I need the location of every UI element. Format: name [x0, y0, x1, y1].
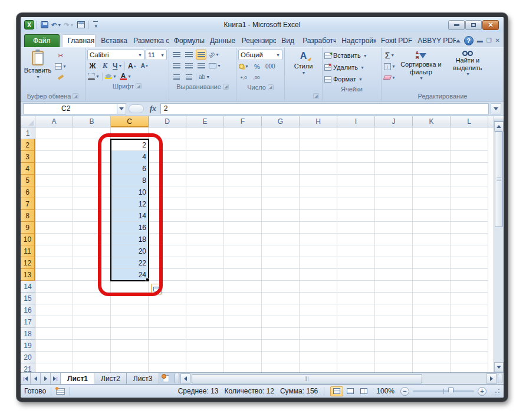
- cell-C8[interactable]: 14: [111, 210, 149, 222]
- cell-G20[interactable]: [262, 352, 300, 363]
- last-sheet-button[interactable]: |: [51, 373, 61, 384]
- cell-D13[interactable]: [149, 269, 186, 281]
- cell-G19[interactable]: [262, 340, 300, 352]
- cell-F20[interactable]: [224, 352, 262, 363]
- save-button[interactable]: [40, 20, 49, 29]
- bold-button[interactable]: Ж: [87, 61, 98, 71]
- cell-B18[interactable]: [73, 328, 111, 340]
- cell-B20[interactable]: [73, 352, 111, 363]
- zoom-slider-track[interactable]: [413, 391, 474, 392]
- cell-J13[interactable]: [375, 269, 413, 281]
- cell-F8[interactable]: [224, 210, 262, 222]
- cell-A13[interactable]: [35, 269, 73, 281]
- cell-H20[interactable]: [300, 352, 337, 363]
- row-header-21[interactable]: 21: [21, 363, 35, 372]
- cell-L7[interactable]: [451, 198, 488, 210]
- cell-K2[interactable]: [413, 139, 451, 151]
- cell-L20[interactable]: [451, 352, 488, 363]
- cell-D21[interactable]: [149, 363, 186, 372]
- cell-K15[interactable]: [413, 293, 451, 304]
- undo-button[interactable]: ↶▼: [51, 20, 61, 29]
- cell-F10[interactable]: [224, 234, 262, 245]
- cell-B21[interactable]: [73, 363, 111, 372]
- workbook-restore-button[interactable]: ❐: [486, 38, 492, 44]
- cell-J5[interactable]: [375, 175, 413, 186]
- cell-A20[interactable]: [35, 352, 73, 363]
- cell-A15[interactable]: [35, 293, 73, 304]
- cell-I20[interactable]: [337, 352, 375, 363]
- cell-D11[interactable]: [149, 245, 186, 257]
- cell-A7[interactable]: [35, 198, 73, 210]
- scroll-down-button[interactable]: [494, 362, 504, 372]
- insert-worksheet-button[interactable]: [159, 373, 173, 384]
- cell-G5[interactable]: [262, 175, 300, 186]
- row-header-18[interactable]: 18: [21, 328, 35, 340]
- scroll-left-button[interactable]: [180, 373, 190, 384]
- tab-home[interactable]: Главная: [62, 34, 96, 47]
- cell-H15[interactable]: [300, 293, 337, 304]
- cell-F17[interactable]: [224, 316, 262, 328]
- cell-D8[interactable]: [149, 210, 186, 222]
- cell-B15[interactable]: [73, 293, 111, 304]
- cell-L11[interactable]: [451, 245, 488, 257]
- cell-H7[interactable]: [300, 198, 337, 210]
- cell-I14[interactable]: [337, 281, 375, 293]
- cell-I3[interactable]: [337, 151, 375, 163]
- cell-L4[interactable]: [451, 163, 488, 175]
- dialog-launcher-icon[interactable]: ◢: [73, 93, 78, 99]
- cell-G13[interactable]: [262, 269, 300, 281]
- cell-K17[interactable]: [413, 316, 451, 328]
- column-header-I[interactable]: I: [337, 116, 375, 127]
- fill-handle[interactable]: [146, 278, 149, 281]
- cell-D4[interactable]: [149, 163, 186, 175]
- workbook-minimize-button[interactable]: ▬: [477, 38, 483, 44]
- delete-cells-button[interactable]: ✕Удалить▼: [324, 62, 379, 73]
- cell-E11[interactable]: [186, 245, 224, 257]
- cell-F6[interactable]: [224, 186, 262, 198]
- cell-A14[interactable]: [35, 281, 73, 293]
- workbook-close-button[interactable]: ✕: [495, 38, 500, 44]
- cell-H2[interactable]: [300, 139, 337, 151]
- cell-E12[interactable]: [186, 257, 224, 269]
- cell-I21[interactable]: [337, 363, 375, 372]
- cell-I4[interactable]: [337, 163, 375, 175]
- cell-B17[interactable]: [73, 316, 111, 328]
- cell-D3[interactable]: [149, 151, 186, 163]
- cell-K9[interactable]: [413, 222, 451, 234]
- column-header-H[interactable]: H: [300, 116, 337, 127]
- cell-I12[interactable]: [337, 257, 375, 269]
- row-header-3[interactable]: 3: [21, 151, 35, 163]
- cell-H1[interactable]: [300, 127, 337, 139]
- cell-D16[interactable]: [149, 304, 186, 316]
- cell-A2[interactable]: [35, 139, 73, 151]
- cell-D6[interactable]: [149, 186, 186, 198]
- excel-app-icon[interactable]: X: [24, 20, 34, 29]
- cell-A19[interactable]: [35, 340, 73, 352]
- shrink-font-button[interactable]: А▼: [139, 61, 150, 71]
- insert-cells-button[interactable]: ◂Вставить▼: [324, 50, 379, 61]
- page-break-view-button[interactable]: [357, 386, 370, 396]
- cell-L18[interactable]: [451, 328, 488, 340]
- scroll-up-button[interactable]: [494, 122, 504, 132]
- clear-button[interactable]: ▼: [383, 73, 396, 83]
- cell-F16[interactable]: [224, 304, 262, 316]
- cell-C18[interactable]: [111, 328, 149, 340]
- row-header-12[interactable]: 12: [21, 257, 35, 269]
- cell-D10[interactable]: [149, 234, 186, 245]
- column-header-L[interactable]: L: [451, 116, 488, 127]
- cell-B8[interactable]: [73, 210, 111, 222]
- cell-K11[interactable]: [413, 245, 451, 257]
- cell-E18[interactable]: [186, 328, 224, 340]
- cell-G10[interactable]: [262, 234, 300, 245]
- fill-button[interactable]: ↓▼: [383, 61, 396, 71]
- cell-L19[interactable]: [451, 340, 488, 352]
- cell-I5[interactable]: [337, 175, 375, 186]
- cell-J8[interactable]: [375, 210, 413, 222]
- cell-D5[interactable]: [149, 175, 186, 186]
- page-layout-view-button[interactable]: [344, 386, 357, 396]
- split-handle[interactable]: [494, 116, 504, 122]
- name-box[interactable]: C2: [23, 103, 117, 114]
- wrap-text-button[interactable]: ab▼: [198, 72, 211, 82]
- cell-C1[interactable]: [111, 127, 149, 139]
- cell-F19[interactable]: [224, 340, 262, 352]
